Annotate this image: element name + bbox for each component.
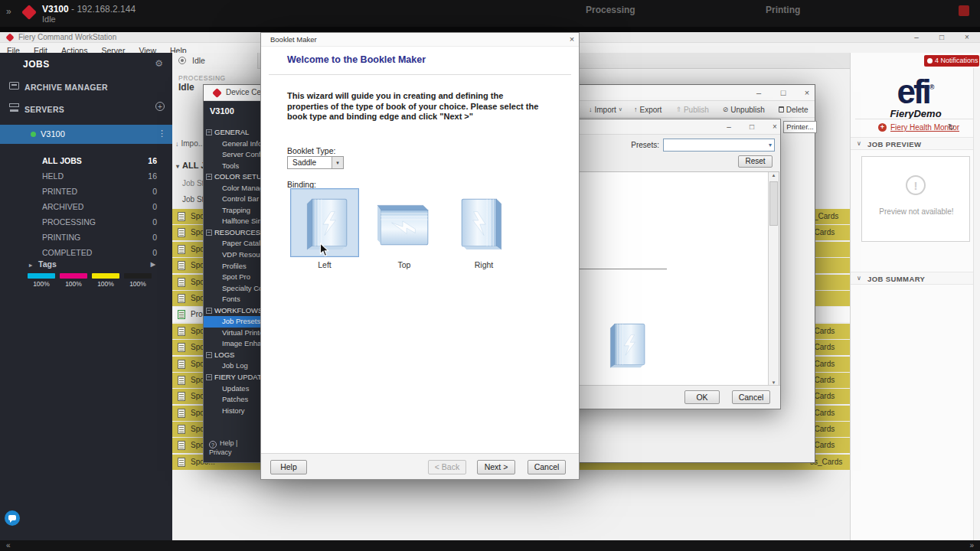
import-job-button[interactable]: ↓Impo...	[175, 139, 204, 148]
chevron-right-icon[interactable]: ▸	[29, 262, 32, 269]
tree-item-trapping[interactable]: Trapping	[204, 205, 261, 217]
maximize-icon[interactable]: □	[935, 32, 949, 43]
close-icon[interactable]: ×	[800, 85, 814, 101]
sidebar-job-category[interactable]: HELD 16	[0, 168, 172, 184]
scroll-up-icon[interactable]: ▲	[769, 173, 779, 178]
tree-item-server-configur-[interactable]: Server Configur...	[204, 149, 261, 161]
tree-item-general-info[interactable]: General Info	[204, 139, 261, 150]
tree-section-fiery-updates[interactable]: −FIERY UPDATES	[204, 372, 261, 383]
next-button[interactable]: Next >	[477, 460, 515, 474]
close-icon[interactable]: ×	[768, 119, 782, 135]
tree-item-fonts[interactable]: Fonts	[204, 294, 261, 305]
close-icon[interactable]: ×	[960, 32, 974, 43]
tree-section-general[interactable]: −GENERAL	[204, 127, 261, 139]
tree-item-updates[interactable]: Updates	[204, 383, 261, 395]
binding-option[interactable]: Right	[449, 188, 518, 269]
sidebar-job-category[interactable]: PRINTED 0	[0, 184, 172, 199]
sidebar-item-tags[interactable]: ▸Tags ▶	[29, 259, 167, 272]
binding-option[interactable]: Top	[370, 188, 439, 269]
collapse-icon[interactable]: −	[206, 174, 212, 180]
minimize-icon[interactable]: –	[722, 119, 736, 135]
back-button[interactable]: < Back	[428, 460, 466, 474]
collapse-icon[interactable]: −	[206, 230, 212, 236]
tree-item-job-presets[interactable]: Job Presets	[204, 316, 261, 328]
tree-section-logs[interactable]: −LOGS	[204, 350, 261, 361]
cancel-button[interactable]: Cancel	[732, 390, 770, 404]
collapse-icon[interactable]: −	[206, 374, 212, 380]
footer-divider: |	[236, 439, 237, 447]
tree-item-tools[interactable]: Tools	[204, 161, 261, 172]
tree-item-history[interactable]: History	[204, 406, 261, 417]
unpublish-button[interactable]: ⊘ Unpublish	[723, 106, 767, 114]
tree-item-specialty-colors[interactable]: Specialty Colors	[204, 283, 261, 295]
sidebar-job-category[interactable]: PROCESSING 0	[0, 214, 172, 230]
vertical-scrollbar[interactable]: ▲ ▼	[768, 172, 779, 386]
sidebar-item-server[interactable]: V3100 ⋮	[0, 125, 172, 144]
binding-tile[interactable]	[370, 188, 439, 257]
delete-button[interactable]: Delete	[779, 106, 811, 114]
arrow-right-icon[interactable]: ▶	[151, 261, 155, 268]
maximize-icon[interactable]: □	[776, 85, 790, 101]
tree-section-workflows[interactable]: −WORKFLOWS	[204, 305, 261, 317]
collapse-icon[interactable]: −	[206, 352, 212, 358]
add-server-icon[interactable]: +	[155, 102, 165, 111]
sidebar-job-category[interactable]: ALL JOBS 16	[0, 153, 172, 168]
export-button[interactable]: ↑ Export	[634, 106, 664, 114]
chevron-down-icon[interactable]: ∨	[857, 140, 861, 147]
sidebar-job-category[interactable]: COMPLETED 0	[0, 245, 172, 260]
tree-item-color-manager-[interactable]: Color Manager...	[204, 183, 261, 194]
alert-indicator[interactable]	[959, 5, 969, 16]
tree-item-image-enhance-[interactable]: Image Enhance...	[204, 338, 261, 350]
collapse-icon[interactable]: −	[206, 308, 212, 314]
notifications-badge[interactable]: 4 Notifications	[924, 55, 979, 67]
assistant-icon[interactable]	[5, 510, 20, 526]
tree-item-paper-catalog[interactable]: Paper Catalog	[204, 238, 261, 249]
tree-item-halftone-simul-[interactable]: Halftone Simul...	[204, 216, 261, 227]
booklet-type-dropdown[interactable]: Saddle ▾	[287, 156, 344, 169]
binding-option[interactable]: Left	[290, 188, 359, 269]
sidebar-job-category[interactable]: PRINTING 0	[0, 230, 172, 245]
help-button[interactable]: Help	[270, 460, 307, 474]
minimize-icon[interactable]: –	[752, 85, 766, 101]
tab-idle[interactable]: Idle	[172, 53, 258, 69]
reset-button[interactable]: Reset	[738, 155, 773, 168]
expand-right-icon[interactable]: »	[969, 540, 974, 551]
sidebar-item-archive-manager[interactable]: ARCHIVE MANAGER	[24, 83, 108, 92]
job-preview-section-header[interactable]: ∨ JOB PREVIEW	[851, 137, 980, 150]
tree-item-control-bar[interactable]: Control Bar	[204, 194, 261, 205]
tree-item-vdp-resources[interactable]: VDP Resources	[204, 249, 261, 261]
maximize-icon[interactable]: □	[745, 119, 759, 135]
right-scrollbar[interactable]	[973, 68, 980, 540]
sidebar-job-category[interactable]: ARCHIVED 0	[0, 199, 172, 214]
job-summary-section-header[interactable]: ∨ JOB SUMMARY	[851, 272, 980, 285]
scroll-thumb[interactable]	[769, 181, 778, 226]
binding-tile[interactable]	[449, 188, 518, 257]
tree-item-spot-pro[interactable]: Spot Pro	[204, 272, 261, 283]
presets-dropdown[interactable]: ▾	[663, 139, 775, 152]
kebab-menu-icon[interactable]: ⋮	[158, 129, 166, 139]
help-icon[interactable]: ?	[209, 441, 217, 448]
chevron-down-icon[interactable]: ▾	[332, 157, 343, 168]
tree-section-color-setup[interactable]: −COLOR SETUP	[204, 171, 261, 183]
help-link[interactable]: Help	[220, 439, 234, 447]
collapse-icon[interactable]: −	[206, 129, 212, 135]
tree-item-job-log[interactable]: Job Log	[204, 360, 261, 372]
privacy-link[interactable]: Privacy	[209, 448, 232, 456]
tree-item-patches[interactable]: Patches	[204, 394, 261, 406]
tree-item-profiles[interactable]: Profiles	[204, 261, 261, 272]
expand-panel-icon[interactable]: »	[6, 6, 11, 17]
refresh-icon[interactable]: ↻	[948, 122, 955, 132]
minimize-icon[interactable]: –	[910, 32, 923, 43]
cancel-button[interactable]: Cancel	[528, 460, 566, 474]
collapse-left-icon[interactable]: «	[6, 540, 11, 551]
chevron-down-icon[interactable]: ▾	[176, 163, 179, 170]
import-button[interactable]: ↓ Import ∨	[589, 106, 622, 114]
gear-icon[interactable]: ⚙	[155, 58, 163, 69]
chevron-down-icon[interactable]: ∨	[857, 275, 861, 282]
publish-button[interactable]: ⇑ Publish	[675, 106, 710, 114]
printer-presets-button[interactable]: Printer...	[783, 121, 817, 133]
close-icon[interactable]: ×	[565, 33, 579, 47]
tree-item-virtual-printers[interactable]: Virtual Printers	[204, 328, 261, 339]
tree-section-resources[interactable]: −RESOURCES	[204, 227, 261, 239]
ok-button[interactable]: OK	[684, 390, 720, 404]
